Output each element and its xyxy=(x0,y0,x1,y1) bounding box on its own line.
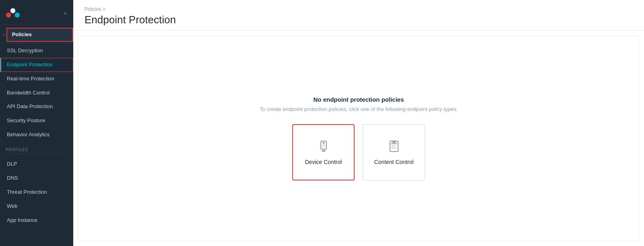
sidebar-item-threat-protection[interactable]: Threat Protection xyxy=(0,185,73,199)
security-posture-label: Security Posture xyxy=(7,117,45,124)
sidebar-item-bandwidth-control[interactable]: Bandwidth Control xyxy=(0,86,73,100)
svg-rect-14 xyxy=(392,141,396,143)
svg-rect-6 xyxy=(322,146,325,147)
sidebar-item-web[interactable]: Web xyxy=(0,199,73,213)
content-control-label: Content Control xyxy=(374,159,413,165)
sidebar-item-policies[interactable]: Policies xyxy=(6,28,73,42)
no-policies-heading: No endpoint protection policies xyxy=(314,96,404,103)
dns-label: DNS xyxy=(7,175,18,182)
svg-rect-8 xyxy=(322,151,326,152)
policy-cards-container: Device Control Content Control xyxy=(292,124,425,180)
real-time-protection-label: Real-time Protection xyxy=(7,76,54,82)
main-panel: Policies > Endpoint Protection No endpoi… xyxy=(73,0,644,246)
svg-point-1 xyxy=(10,8,16,13)
svg-rect-10 xyxy=(391,143,397,144)
logo-svg xyxy=(6,6,20,20)
collapse-button[interactable]: « xyxy=(62,9,68,17)
svg-rect-7 xyxy=(322,150,325,151)
svg-rect-11 xyxy=(391,145,397,146)
policies-label: Policies xyxy=(12,31,32,38)
svg-rect-12 xyxy=(391,146,395,147)
svg-rect-5 xyxy=(322,144,325,145)
sidebar-item-ssl-decryption[interactable]: SSL Decryption xyxy=(0,44,73,58)
sidebar-item-api-data-protection[interactable]: API Data Protection xyxy=(0,100,73,114)
svg-point-0 xyxy=(6,12,11,18)
no-policies-subtext: To create endpoint protection policies, … xyxy=(260,106,457,112)
sidebar-item-security-posture[interactable]: Security Posture xyxy=(0,114,73,128)
sidebar-item-endpoint-protection[interactable]: Endpoint Protection xyxy=(0,58,73,72)
sidebar: « ‹ Policies SSL Decryption Endpoint Pro… xyxy=(0,0,73,246)
behavior-analytics-label: Behavior Analytics xyxy=(7,131,50,138)
app-instance-label: App Instance xyxy=(7,217,37,224)
sidebar-item-dlp[interactable]: DLP xyxy=(0,157,73,171)
profiles-section-label: PROFILES xyxy=(0,142,73,154)
device-control-icon xyxy=(316,139,331,154)
sidebar-item-real-time-protection[interactable]: Real-time Protection xyxy=(0,72,73,86)
logo xyxy=(6,6,20,20)
page-title: Endpoint Protection xyxy=(85,14,633,26)
breadcrumb: Policies > xyxy=(85,6,633,12)
content-control-icon xyxy=(387,139,401,154)
api-data-protection-label: API Data Protection xyxy=(7,103,53,110)
svg-point-2 xyxy=(15,12,20,18)
content-control-card[interactable]: Content Control xyxy=(363,124,425,180)
sidebar-item-app-instance[interactable]: App Instance xyxy=(0,213,73,228)
sidebar-logo: « xyxy=(0,0,73,25)
endpoint-protection-label: Endpoint Protection xyxy=(7,62,52,68)
svg-rect-13 xyxy=(391,148,396,149)
sidebar-item-dns[interactable]: DNS xyxy=(0,171,73,185)
device-control-label: Device Control xyxy=(305,159,342,165)
threat-protection-label: Threat Protection xyxy=(7,189,47,196)
device-control-card[interactable]: Device Control xyxy=(292,124,355,180)
svg-rect-4 xyxy=(322,142,325,144)
dlp-label: DLP xyxy=(7,161,17,168)
back-arrow-icon: ‹ xyxy=(0,32,5,37)
web-label: Web xyxy=(7,203,18,210)
ssl-decryption-label: SSL Decryption xyxy=(7,47,43,54)
main-content-area: No endpoint protection policies To creat… xyxy=(78,35,639,241)
bandwidth-control-label: Bandwidth Control xyxy=(7,90,50,96)
main-header: Policies > Endpoint Protection xyxy=(73,0,644,31)
sidebar-item-behavior-analytics[interactable]: Behavior Analytics xyxy=(0,128,73,142)
